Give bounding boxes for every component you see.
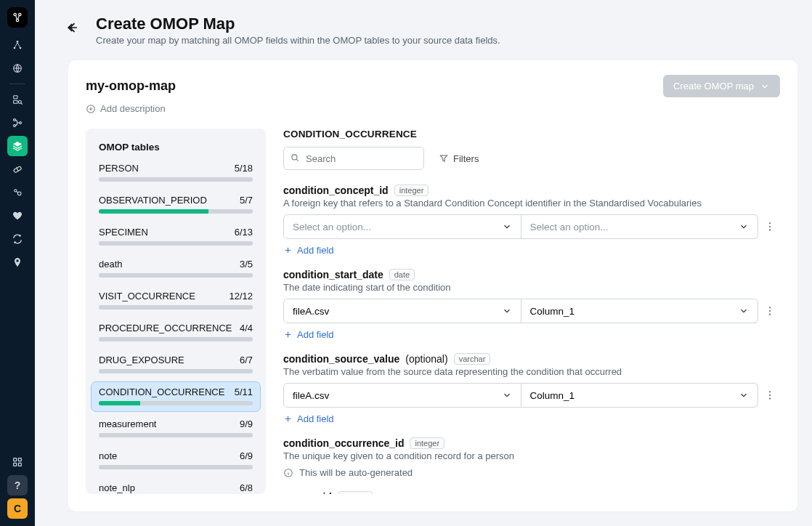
omop-table-count: 6/7 — [240, 355, 253, 365]
omop-table-count: 5/7 — [240, 195, 253, 206]
nav-sync-icon[interactable] — [7, 229, 28, 249]
omop-table-count: 12/12 — [229, 291, 253, 302]
nav-layers-icon[interactable] — [7, 136, 28, 156]
field-description: A foreign key that refers to a Standard … — [283, 198, 777, 209]
source-column-select[interactable]: Column_1 — [521, 299, 759, 323]
plus-circle-icon — [86, 104, 96, 114]
plus-icon — [283, 330, 293, 339]
add-field-label: Add field — [297, 245, 334, 256]
filters-button[interactable]: Filters — [439, 153, 479, 164]
user-avatar[interactable]: C — [7, 498, 28, 519]
omop-table-row[interactable]: PROCEDURE_OCCURRENCE 4/4 — [92, 318, 260, 347]
chevron-down-icon — [502, 390, 512, 400]
field-more-button[interactable] — [763, 221, 777, 232]
nav-apps-icon[interactable] — [7, 452, 28, 472]
field-name: condition_start_date — [283, 269, 383, 280]
source-file-select[interactable]: Select an option... — [283, 214, 521, 239]
select-placeholder: Select an option... — [293, 222, 371, 232]
field-name: condition_source_value — [283, 353, 399, 365]
omop-table-count: 6/9 — [240, 450, 253, 461]
field-type-badge: date — [389, 269, 415, 280]
select-placeholder: Select an option... — [530, 222, 609, 232]
page-header: Create OMOP Map Create your map by match… — [35, 0, 812, 53]
create-map-button[interactable]: Create OMOP map — [663, 75, 780, 97]
omop-field: condition_concept_idinteger A foreign ke… — [283, 185, 777, 256]
source-column-select[interactable]: Column_1 — [521, 383, 759, 408]
filter-icon — [439, 153, 449, 163]
map-card: my-omop-map Create OMOP map Add descript… — [68, 60, 797, 511]
back-button[interactable] — [64, 19, 81, 36]
main-area: Create OMOP Map Create your map by match… — [35, 0, 812, 526]
plus-icon — [283, 414, 293, 424]
omop-table-row[interactable]: note 6/9 — [92, 446, 260, 475]
svg-point-21 — [292, 155, 297, 160]
svg-rect-8 — [14, 100, 17, 103]
svg-point-14 — [15, 190, 17, 192]
omop-table-name: VISIT_OCCURRENCE — [99, 291, 195, 302]
create-map-label: Create OMOP map — [673, 81, 754, 92]
omop-table-row[interactable]: death 3/5 — [92, 254, 260, 283]
omop-table-row[interactable]: SPECIMEN 6/13 — [92, 222, 260, 251]
source-file-select[interactable]: fileA.csv — [283, 383, 521, 408]
omop-table-row[interactable]: DRUG_EXPOSURE 6/7 — [92, 350, 260, 379]
nav-pin-icon[interactable] — [7, 252, 28, 272]
field-description: The date indicating start of the conditi… — [283, 282, 777, 293]
add-field-button[interactable]: Add field — [283, 329, 777, 340]
field-type-badge: integer — [394, 185, 429, 196]
omop-table-row[interactable]: CONDITION_OCCURRENCE 5/11 — [92, 382, 260, 411]
omop-table-row[interactable]: VISIT_OCCURRENCE 12/12 — [92, 286, 260, 315]
page-subtitle: Create your map by matching all OMOP fie… — [96, 35, 500, 46]
nav-branch-icon[interactable] — [7, 113, 28, 133]
app-rail: ? C — [0, 0, 35, 526]
app-logo[interactable] — [7, 7, 28, 28]
filters-label: Filters — [453, 153, 479, 164]
more-vertical-icon — [764, 221, 776, 232]
svg-rect-17 — [18, 458, 21, 461]
svg-point-24 — [769, 230, 771, 231]
more-vertical-icon — [764, 305, 776, 317]
source-file-select[interactable]: fileA.csv — [283, 299, 521, 323]
omop-table-row[interactable]: measurement 9/9 — [92, 414, 260, 443]
chevron-down-icon — [739, 222, 749, 232]
source-column-select[interactable]: Select an option... — [521, 214, 759, 239]
progress-bar — [99, 209, 253, 214]
nav-nodes-icon[interactable] — [7, 35, 28, 55]
nav-molecule-icon[interactable] — [7, 182, 28, 203]
omop-table-name: PERSON — [99, 163, 139, 174]
nav-search-data-icon[interactable] — [7, 89, 28, 110]
nav-heart-icon[interactable] — [7, 206, 28, 226]
omop-table-row[interactable]: PERSON 5/18 — [92, 158, 260, 187]
field-type-badge: varchar — [454, 353, 491, 365]
field-description: The verbatim value from the source data … — [283, 366, 777, 377]
nav-help-icon[interactable]: ? — [7, 475, 28, 495]
omop-table-count: 6/8 — [240, 482, 253, 493]
page-title: Create OMOP Map — [96, 15, 500, 33]
progress-bar — [99, 305, 253, 309]
chevron-down-icon — [739, 306, 749, 316]
nav-pill-icon[interactable] — [7, 159, 28, 179]
add-field-button[interactable]: Add field — [283, 245, 777, 256]
progress-bar — [99, 273, 253, 278]
svg-point-9 — [18, 100, 21, 103]
field-name: condition_occurrence_id — [283, 437, 404, 449]
add-field-button[interactable]: Add field — [283, 413, 777, 424]
field-search-input[interactable] — [283, 147, 424, 170]
svg-point-5 — [20, 47, 22, 49]
progress-bar — [99, 369, 253, 373]
svg-point-26 — [769, 310, 771, 312]
svg-point-1 — [19, 13, 21, 15]
omop-table-row[interactable]: note_nlp 6/8 — [92, 478, 260, 494]
svg-rect-16 — [14, 458, 17, 461]
omop-table-name: note — [99, 450, 117, 461]
field-more-button[interactable] — [763, 305, 777, 317]
add-description-button[interactable]: Add description — [68, 102, 797, 121]
field-more-button[interactable] — [763, 389, 777, 401]
omop-tables-heading: OMOP tables — [92, 139, 260, 158]
progress-bar — [99, 177, 253, 182]
omop-table-name: OBSERVATION_PERIOD — [99, 195, 207, 206]
rail-divider — [9, 84, 25, 84]
omop-table-row[interactable]: OBSERVATION_PERIOD 5/7 — [92, 190, 260, 219]
progress-bar — [99, 241, 253, 246]
nav-globe-icon[interactable] — [7, 58, 28, 78]
progress-bar — [99, 401, 253, 405]
